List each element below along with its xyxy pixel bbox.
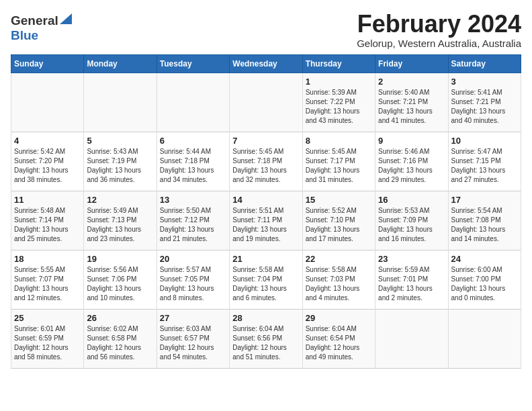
day-number: 4: [14, 136, 81, 146]
day-info: Sunrise: 6:04 AMSunset: 6:56 PMDaylight:…: [232, 324, 299, 362]
day-number: 16: [378, 195, 445, 205]
calendar-cell: 28Sunrise: 6:04 AMSunset: 6:56 PMDayligh…: [230, 309, 302, 368]
day-info: Sunrise: 6:02 AMSunset: 6:58 PMDaylight:…: [87, 324, 153, 362]
calendar-cell: 6Sunrise: 5:44 AMSunset: 7:18 PMDaylight…: [157, 132, 229, 191]
day-info: Sunrise: 5:55 AMSunset: 7:07 PMDaylight:…: [14, 265, 81, 303]
day-number: 19: [87, 254, 153, 264]
calendar-cell: 3Sunrise: 5:41 AMSunset: 7:21 PMDaylight…: [448, 73, 521, 132]
day-info: Sunrise: 6:03 AMSunset: 6:57 PMDaylight:…: [160, 324, 226, 362]
day-number: 10: [451, 136, 518, 146]
day-number: 1: [306, 77, 372, 87]
calendar-cell: 21Sunrise: 5:58 AMSunset: 7:04 PMDayligh…: [230, 250, 302, 309]
calendar-cell: [448, 309, 521, 368]
day-number: 8: [306, 136, 372, 146]
day-info: Sunrise: 5:58 AMSunset: 7:04 PMDaylight:…: [232, 265, 299, 303]
calendar-cell: 26Sunrise: 6:02 AMSunset: 6:58 PMDayligh…: [84, 309, 157, 368]
day-number: 25: [14, 313, 81, 323]
calendar-cell: 1Sunrise: 5:39 AMSunset: 7:22 PMDaylight…: [302, 73, 375, 132]
calendar-row-2: 4Sunrise: 5:42 AMSunset: 7:20 PMDaylight…: [11, 132, 521, 191]
day-info: Sunrise: 6:04 AMSunset: 6:54 PMDaylight:…: [306, 324, 372, 362]
day-number: 3: [451, 77, 518, 87]
header-cell-saturday: Saturday: [448, 54, 521, 73]
header-cell-friday: Friday: [375, 54, 448, 73]
day-number: 7: [232, 136, 299, 146]
calendar-cell: 17Sunrise: 5:54 AMSunset: 7:08 PMDayligh…: [448, 191, 521, 250]
day-info: Sunrise: 5:41 AMSunset: 7:21 PMDaylight:…: [451, 88, 518, 126]
day-info: Sunrise: 5:46 AMSunset: 7:16 PMDaylight:…: [378, 147, 445, 185]
calendar-cell: 27Sunrise: 6:03 AMSunset: 6:57 PMDayligh…: [157, 309, 229, 368]
day-number: 13: [160, 195, 226, 205]
calendar-cell: 29Sunrise: 6:04 AMSunset: 6:54 PMDayligh…: [302, 309, 375, 368]
calendar-body: 1Sunrise: 5:39 AMSunset: 7:22 PMDaylight…: [11, 73, 521, 368]
day-number: 6: [160, 136, 226, 146]
calendar-cell: 12Sunrise: 5:49 AMSunset: 7:13 PMDayligh…: [84, 191, 157, 250]
day-info: Sunrise: 6:01 AMSunset: 6:59 PMDaylight:…: [14, 324, 81, 362]
day-info: Sunrise: 6:00 AMSunset: 7:00 PMDaylight:…: [451, 265, 518, 303]
day-info: Sunrise: 5:59 AMSunset: 7:01 PMDaylight:…: [378, 265, 445, 303]
day-info: Sunrise: 5:48 AMSunset: 7:14 PMDaylight:…: [14, 206, 81, 244]
day-number: 17: [451, 195, 518, 205]
header-cell-wednesday: Wednesday: [230, 54, 302, 73]
calendar-cell: [375, 309, 448, 368]
day-info: Sunrise: 5:54 AMSunset: 7:08 PMDaylight:…: [451, 206, 518, 244]
title-area: February 2024 Gelorup, Western Australia…: [357, 11, 521, 49]
day-info: Sunrise: 5:53 AMSunset: 7:09 PMDaylight:…: [378, 206, 445, 244]
calendar-cell: 15Sunrise: 5:52 AMSunset: 7:10 PMDayligh…: [302, 191, 375, 250]
day-number: 29: [306, 313, 372, 323]
calendar-cell: 13Sunrise: 5:50 AMSunset: 7:12 PMDayligh…: [157, 191, 229, 250]
day-number: 5: [87, 136, 153, 146]
location-title: Gelorup, Western Australia, Australia: [357, 38, 521, 49]
calendar-cell: 24Sunrise: 6:00 AMSunset: 7:00 PMDayligh…: [448, 250, 521, 309]
day-number: 28: [232, 313, 299, 323]
day-number: 23: [378, 254, 445, 264]
calendar-cell: [230, 73, 302, 132]
header-cell-monday: Monday: [84, 54, 157, 73]
calendar-row-1: 1Sunrise: 5:39 AMSunset: 7:22 PMDaylight…: [11, 73, 521, 132]
calendar-cell: 11Sunrise: 5:48 AMSunset: 7:14 PMDayligh…: [11, 191, 84, 250]
header-cell-sunday: Sunday: [11, 54, 84, 73]
day-number: 21: [232, 254, 299, 264]
day-info: Sunrise: 5:52 AMSunset: 7:10 PMDaylight:…: [306, 206, 372, 244]
logo: General Blue: [11, 11, 72, 43]
calendar-cell: 23Sunrise: 5:59 AMSunset: 7:01 PMDayligh…: [375, 250, 448, 309]
svg-marker-0: [60, 13, 72, 24]
day-number: 18: [14, 254, 81, 264]
day-info: Sunrise: 5:43 AMSunset: 7:19 PMDaylight:…: [87, 147, 153, 185]
day-number: 9: [378, 136, 445, 146]
day-info: Sunrise: 5:50 AMSunset: 7:12 PMDaylight:…: [160, 206, 226, 244]
calendar-cell: 14Sunrise: 5:51 AMSunset: 7:11 PMDayligh…: [230, 191, 302, 250]
day-number: 15: [306, 195, 372, 205]
day-number: 27: [160, 313, 226, 323]
calendar-cell: 5Sunrise: 5:43 AMSunset: 7:19 PMDaylight…: [84, 132, 157, 191]
day-number: 14: [232, 195, 299, 205]
month-title: February 2024: [357, 11, 521, 38]
calendar-cell: 22Sunrise: 5:58 AMSunset: 7:03 PMDayligh…: [302, 250, 375, 309]
calendar-row-4: 18Sunrise: 5:55 AMSunset: 7:07 PMDayligh…: [11, 250, 521, 309]
day-info: Sunrise: 5:42 AMSunset: 7:20 PMDaylight:…: [14, 147, 81, 185]
header-cell-thursday: Thursday: [302, 54, 375, 73]
calendar-cell: 19Sunrise: 5:56 AMSunset: 7:06 PMDayligh…: [84, 250, 157, 309]
day-info: Sunrise: 5:45 AMSunset: 7:18 PMDaylight:…: [232, 147, 299, 185]
logo-arrow-icon: [60, 13, 72, 27]
logo-general-text: General: [11, 13, 58, 28]
calendar-cell: 10Sunrise: 5:47 AMSunset: 7:15 PMDayligh…: [448, 132, 521, 191]
calendar-cell: 25Sunrise: 6:01 AMSunset: 6:59 PMDayligh…: [11, 309, 84, 368]
calendar-header-row: SundayMondayTuesdayWednesdayThursdayFrid…: [11, 54, 521, 73]
day-number: 22: [306, 254, 372, 264]
day-info: Sunrise: 5:49 AMSunset: 7:13 PMDaylight:…: [87, 206, 153, 244]
calendar-cell: 20Sunrise: 5:57 AMSunset: 7:05 PMDayligh…: [157, 250, 229, 309]
day-info: Sunrise: 5:47 AMSunset: 7:15 PMDaylight:…: [451, 147, 518, 185]
day-info: Sunrise: 5:39 AMSunset: 7:22 PMDaylight:…: [306, 88, 372, 126]
day-number: 26: [87, 313, 153, 323]
day-info: Sunrise: 5:45 AMSunset: 7:17 PMDaylight:…: [306, 147, 372, 185]
calendar-cell: 9Sunrise: 5:46 AMSunset: 7:16 PMDaylight…: [375, 132, 448, 191]
day-number: 11: [14, 195, 81, 205]
calendar-cell: 4Sunrise: 5:42 AMSunset: 7:20 PMDaylight…: [11, 132, 84, 191]
day-info: Sunrise: 5:56 AMSunset: 7:06 PMDaylight:…: [87, 265, 153, 303]
day-info: Sunrise: 5:51 AMSunset: 7:11 PMDaylight:…: [232, 206, 299, 244]
calendar-cell: 2Sunrise: 5:40 AMSunset: 7:21 PMDaylight…: [375, 73, 448, 132]
calendar-cell: [11, 73, 84, 132]
calendar-cell: 8Sunrise: 5:45 AMSunset: 7:17 PMDaylight…: [302, 132, 375, 191]
logo-blue-text: Blue: [11, 28, 38, 42]
calendar-cell: [157, 73, 229, 132]
